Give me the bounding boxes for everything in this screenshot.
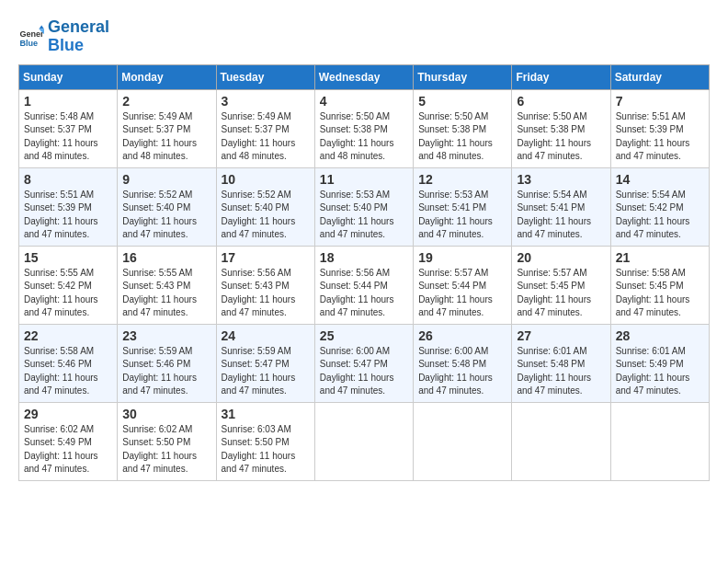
calendar-day-cell: 14Sunrise: 5:54 AM Sunset: 5:42 PM Dayli… (610, 167, 709, 246)
calendar-week-row: 22Sunrise: 5:58 AM Sunset: 5:46 PM Dayli… (19, 324, 710, 402)
calendar-day-cell: 2Sunrise: 5:49 AM Sunset: 5:37 PM Daylig… (118, 89, 216, 167)
day-number: 15 (24, 250, 112, 265)
day-number: 13 (517, 172, 605, 187)
day-number: 10 (222, 172, 310, 187)
day-number: 31 (222, 407, 310, 421)
day-number: 27 (517, 328, 605, 343)
day-detail: Sunrise: 5:57 AM Sunset: 5:45 PM Dayligh… (517, 267, 605, 320)
day-detail: Sunrise: 5:57 AM Sunset: 5:44 PM Dayligh… (418, 267, 506, 320)
svg-text:General: General (19, 29, 44, 39)
calendar-week-row: 1Sunrise: 5:48 AM Sunset: 5:37 PM Daylig… (19, 89, 710, 167)
calendar-day-cell: 17Sunrise: 5:56 AM Sunset: 5:43 PM Dayli… (216, 246, 314, 324)
day-detail: Sunrise: 5:50 AM Sunset: 5:38 PM Dayligh… (320, 110, 408, 164)
calendar-day-cell: 12Sunrise: 5:53 AM Sunset: 5:41 PM Dayli… (414, 167, 512, 246)
day-detail: Sunrise: 5:53 AM Sunset: 5:41 PM Dayligh… (418, 189, 506, 242)
calendar-day-cell: 7Sunrise: 5:51 AM Sunset: 5:39 PM Daylig… (610, 89, 709, 167)
day-detail: Sunrise: 5:58 AM Sunset: 5:45 PM Dayligh… (616, 267, 704, 320)
calendar-day-cell: 18Sunrise: 5:56 AM Sunset: 5:44 PM Dayli… (314, 246, 413, 324)
calendar-day-cell: 31Sunrise: 6:03 AM Sunset: 5:50 PM Dayli… (216, 402, 314, 480)
calendar-day-cell: 21Sunrise: 5:58 AM Sunset: 5:45 PM Dayli… (610, 246, 709, 324)
calendar-day-cell: 5Sunrise: 5:50 AM Sunset: 5:38 PM Daylig… (414, 89, 512, 167)
calendar-day-cell: 25Sunrise: 6:00 AM Sunset: 5:47 PM Dayli… (314, 324, 413, 402)
day-detail: Sunrise: 6:02 AM Sunset: 5:50 PM Dayligh… (122, 423, 210, 477)
day-number: 8 (24, 172, 112, 187)
day-number: 1 (24, 94, 112, 109)
day-number: 28 (616, 328, 704, 343)
day-detail: Sunrise: 5:54 AM Sunset: 5:42 PM Dayligh… (616, 189, 704, 242)
day-detail: Sunrise: 5:59 AM Sunset: 5:46 PM Dayligh… (122, 345, 210, 398)
day-detail: Sunrise: 5:48 AM Sunset: 5:37 PM Dayligh… (24, 110, 112, 164)
day-detail: Sunrise: 6:03 AM Sunset: 5:50 PM Dayligh… (222, 423, 310, 477)
svg-marker-2 (39, 25, 44, 29)
day-number: 18 (320, 250, 408, 265)
day-detail: Sunrise: 6:01 AM Sunset: 5:48 PM Dayligh… (517, 345, 605, 398)
day-of-week-header: Sunday (19, 64, 118, 89)
day-number: 9 (122, 172, 210, 187)
day-detail: Sunrise: 5:53 AM Sunset: 5:40 PM Dayligh… (320, 189, 408, 242)
day-number: 7 (616, 94, 704, 109)
calendar-day-cell: 22Sunrise: 5:58 AM Sunset: 5:46 PM Dayli… (19, 324, 118, 402)
day-number: 22 (24, 328, 112, 343)
day-detail: Sunrise: 5:56 AM Sunset: 5:44 PM Dayligh… (320, 267, 408, 320)
calendar-week-row: 29Sunrise: 6:02 AM Sunset: 5:49 PM Dayli… (19, 402, 710, 480)
day-detail: Sunrise: 5:54 AM Sunset: 5:41 PM Dayligh… (517, 189, 605, 242)
calendar-day-cell: 1Sunrise: 5:48 AM Sunset: 5:37 PM Daylig… (19, 89, 118, 167)
calendar-table: SundayMondayTuesdayWednesdayThursdayFrid… (18, 64, 710, 481)
calendar-day-cell: 15Sunrise: 5:55 AM Sunset: 5:42 PM Dayli… (19, 246, 118, 324)
calendar-day-cell: 10Sunrise: 5:52 AM Sunset: 5:40 PM Dayli… (216, 167, 314, 246)
day-of-week-header: Monday (118, 64, 216, 89)
day-detail: Sunrise: 5:50 AM Sunset: 5:38 PM Dayligh… (418, 110, 506, 164)
day-of-week-header: Saturday (610, 64, 709, 89)
day-detail: Sunrise: 6:00 AM Sunset: 5:47 PM Dayligh… (320, 345, 408, 398)
calendar-day-cell (610, 402, 709, 480)
day-number: 2 (122, 94, 210, 109)
calendar-day-cell: 27Sunrise: 6:01 AM Sunset: 5:48 PM Dayli… (512, 324, 610, 402)
calendar-day-cell: 30Sunrise: 6:02 AM Sunset: 5:50 PM Dayli… (118, 402, 216, 480)
day-detail: Sunrise: 6:02 AM Sunset: 5:49 PM Dayligh… (24, 423, 112, 477)
day-number: 4 (320, 94, 408, 109)
day-detail: Sunrise: 5:50 AM Sunset: 5:38 PM Dayligh… (517, 110, 605, 164)
day-number: 23 (122, 328, 210, 343)
day-detail: Sunrise: 5:51 AM Sunset: 5:39 PM Dayligh… (616, 110, 704, 164)
day-detail: Sunrise: 5:49 AM Sunset: 5:37 PM Dayligh… (222, 110, 310, 164)
calendar-day-cell: 28Sunrise: 6:01 AM Sunset: 5:49 PM Dayli… (610, 324, 709, 402)
day-number: 6 (517, 94, 605, 109)
calendar-day-cell: 23Sunrise: 5:59 AM Sunset: 5:46 PM Dayli… (118, 324, 216, 402)
day-detail: Sunrise: 6:01 AM Sunset: 5:49 PM Dayligh… (616, 345, 704, 398)
day-detail: Sunrise: 5:52 AM Sunset: 5:40 PM Dayligh… (222, 189, 310, 242)
day-number: 11 (320, 172, 408, 187)
calendar-day-cell: 24Sunrise: 5:59 AM Sunset: 5:47 PM Dayli… (216, 324, 314, 402)
day-number: 24 (222, 328, 310, 343)
logo-icon: General Blue (18, 24, 44, 50)
day-detail: Sunrise: 5:51 AM Sunset: 5:39 PM Dayligh… (24, 189, 112, 242)
day-detail: Sunrise: 5:49 AM Sunset: 5:37 PM Dayligh… (122, 110, 210, 164)
day-number: 21 (616, 250, 704, 265)
calendar-day-cell: 20Sunrise: 5:57 AM Sunset: 5:45 PM Dayli… (512, 246, 610, 324)
calendar-day-cell (314, 402, 413, 480)
svg-text:Blue: Blue (19, 39, 38, 48)
day-number: 25 (320, 328, 408, 343)
day-detail: Sunrise: 5:55 AM Sunset: 5:42 PM Dayligh… (24, 267, 112, 320)
day-number: 19 (418, 250, 506, 265)
logo-text: GeneralBlue (48, 18, 109, 55)
day-number: 16 (122, 250, 210, 265)
day-of-week-header: Thursday (414, 64, 512, 89)
day-detail: Sunrise: 6:00 AM Sunset: 5:48 PM Dayligh… (418, 345, 506, 398)
day-number: 26 (418, 328, 506, 343)
calendar-day-cell: 29Sunrise: 6:02 AM Sunset: 5:49 PM Dayli… (19, 402, 118, 480)
calendar-day-cell: 6Sunrise: 5:50 AM Sunset: 5:38 PM Daylig… (512, 89, 610, 167)
day-number: 14 (616, 172, 704, 187)
calendar-day-cell (414, 402, 512, 480)
day-of-week-header: Friday (512, 64, 610, 89)
page-header: General Blue GeneralBlue (18, 18, 710, 55)
day-detail: Sunrise: 5:52 AM Sunset: 5:40 PM Dayligh… (122, 189, 210, 242)
calendar-day-cell: 26Sunrise: 6:00 AM Sunset: 5:48 PM Dayli… (414, 324, 512, 402)
calendar-day-cell: 19Sunrise: 5:57 AM Sunset: 5:44 PM Dayli… (414, 246, 512, 324)
day-of-week-header: Wednesday (314, 64, 413, 89)
logo: General Blue GeneralBlue (18, 18, 109, 55)
day-number: 30 (122, 407, 210, 421)
day-number: 20 (517, 250, 605, 265)
calendar-day-cell: 11Sunrise: 5:53 AM Sunset: 5:40 PM Dayli… (314, 167, 413, 246)
day-number: 29 (24, 407, 112, 421)
calendar-day-cell: 3Sunrise: 5:49 AM Sunset: 5:37 PM Daylig… (216, 89, 314, 167)
